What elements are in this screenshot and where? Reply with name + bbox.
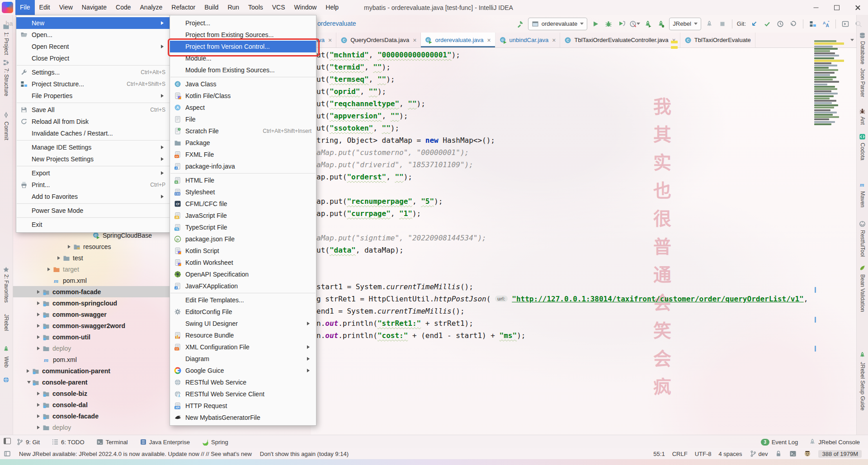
tool-button-2-favorites[interactable]: 2: Favorites — [3, 274, 9, 303]
jrebel-run-button[interactable] — [643, 19, 653, 29]
menu-edit[interactable]: Edit — [35, 0, 55, 15]
menu-item-module[interactable]: Module... — [170, 52, 316, 64]
menu-item-project-from-version-control[interactable]: Project from Version Control... — [170, 41, 316, 52]
git-rollback-button[interactable] — [788, 19, 798, 29]
project-structure-button[interactable] — [808, 19, 818, 29]
git-history-button[interactable] — [775, 19, 785, 29]
close-icon[interactable]: × — [328, 37, 332, 43]
menu-item-manage-ide-settings[interactable]: Manage IDE Settings — [16, 141, 170, 153]
close-icon[interactable]: × — [487, 37, 491, 43]
tool-button-7-structure[interactable]: 7: Structure — [3, 68, 9, 96]
menu-item-java-class[interactable]: CJava Class — [170, 78, 316, 90]
jrebel-disabled-icon[interactable] — [704, 19, 714, 29]
menu-item-http-request[interactable]: APIHTTP Request — [170, 400, 316, 412]
menu-item-package-info-java[interactable]: Jpackage-info.java — [170, 160, 316, 172]
close-icon[interactable]: × — [552, 37, 556, 43]
menu-item-new-projects-settings[interactable]: New Projects Settings — [16, 153, 170, 165]
close-button[interactable] — [847, 0, 868, 15]
tab-tbltaxiorderevaluate[interactable]: CTblTaxiOrderEvaluate — [680, 33, 755, 47]
toolwindow-toggle-icon[interactable] — [4, 438, 11, 444]
menu-item-power-save-mode[interactable]: Power Save Mode — [16, 205, 170, 216]
menu-view[interactable]: View — [55, 0, 77, 15]
menu-item-export[interactable]: Export — [16, 167, 170, 179]
run-button[interactable] — [590, 19, 600, 29]
debug-button[interactable] — [604, 19, 613, 29]
menu-item-print[interactable]: Print...Ctrl+P — [16, 179, 170, 191]
memory-indicator[interactable]: 388 of 1979M — [818, 450, 862, 458]
menu-item-close-project[interactable]: Close Project — [16, 52, 170, 64]
close-icon[interactable]: × — [413, 37, 416, 43]
menu-item-diagram[interactable]: Diagram — [170, 353, 316, 365]
menu-item-swing-ui-designer[interactable]: Swing UI Designer — [170, 318, 316, 329]
menu-item-typescript-file[interactable]: TSTypeScript File — [170, 221, 316, 233]
menu-item-cfml-cfc-file[interactable]: CfCFML/CFC file — [170, 198, 316, 210]
menu-item-kotlin-script[interactable]: Kotlin Script — [170, 245, 316, 257]
tool-button-codota[interactable]: Codota — [859, 143, 866, 160]
file-encoding[interactable]: UTF-8 — [695, 451, 712, 457]
git-branch-widget[interactable]: dev — [750, 450, 768, 457]
build-hammer-icon[interactable] — [515, 19, 525, 29]
sidebar-toggle-icon[interactable] — [4, 450, 11, 457]
run-configuration-select[interactable]: orderevaluate — [528, 18, 588, 30]
menu-code[interactable]: Code — [111, 0, 135, 15]
menu-item-edit-file-templates[interactable]: Edit File Templates... — [170, 294, 316, 306]
menu-build[interactable]: Build — [200, 0, 223, 15]
toolwindow-button-9-git[interactable]: 9: Git — [16, 438, 40, 446]
tab-orderevaluate-java[interactable]: Corderevaluate.java× — [421, 33, 495, 47]
coverage-button[interactable] — [617, 19, 627, 29]
menu-navigate[interactable]: Navigate — [77, 0, 111, 15]
toolwindow-button-6-todo[interactable]: 6: TODO — [52, 438, 85, 446]
lock-icon[interactable] — [775, 450, 782, 457]
menu-item-openapi-specification[interactable]: OpenAPI Specification — [170, 268, 316, 280]
menu-item-package-json-file[interactable]: jspackage.json File — [170, 233, 316, 245]
menu-item-aspect[interactable]: AAspect — [170, 102, 316, 113]
code-minimap[interactable] — [813, 40, 843, 125]
git-update-button[interactable] — [749, 19, 759, 29]
menu-item-file-properties[interactable]: File Properties — [16, 90, 170, 102]
menu-item-restful-web-service-client[interactable]: RESTful Web Service Client — [170, 388, 316, 400]
menu-item-scratch-file[interactable]: Scratch FileCtrl+Alt+Shift+Insert — [170, 125, 316, 137]
stop-button[interactable] — [717, 19, 727, 29]
menu-vcs[interactable]: VCS — [268, 0, 290, 15]
tab-queryordersdata-java[interactable]: CQueryOrdersData.java× — [336, 33, 421, 47]
menu-item-exit[interactable]: Exit — [16, 219, 170, 230]
menu-item-settings[interactable]: Settings...Ctrl+Alt+S — [16, 66, 170, 78]
toolwindow-button-terminal[interactable]: Terminal — [96, 438, 128, 446]
menu-item-invalidate-caches-restart[interactable]: Invalidate Caches / Restart... — [16, 127, 170, 139]
toolwindow-button-java-enterprise[interactable]: Java Enterprise — [140, 438, 190, 446]
menu-item-save-all[interactable]: Save AllCtrl+S — [16, 104, 170, 116]
menu-item-google-guice[interactable]: Google Guice — [170, 365, 316, 376]
menu-item-open-recent[interactable]: Open Recent — [16, 41, 170, 52]
tool-button-web[interactable]: Web — [3, 357, 9, 367]
line-ending[interactable]: CRLF — [672, 451, 688, 457]
menu-item-file[interactable]: File — [170, 113, 316, 125]
minimize-button[interactable] — [806, 0, 826, 15]
tool-button-jrebel[interactable]: JRebel — [3, 314, 9, 331]
menu-item-reload-all-from-disk[interactable]: Reload All from Disk — [16, 116, 170, 127]
menu-item-kotlin-worksheet[interactable]: Kotlin Worksheet — [170, 257, 316, 268]
menu-run[interactable]: Run — [223, 0, 244, 15]
menu-file[interactable]: File — [15, 0, 35, 15]
tool-button-database[interactable]: Database — [859, 41, 866, 64]
menu-item-resource-bundle[interactable]: Resource Bundle — [170, 329, 316, 341]
tool-button-ant[interactable]: Ant — [859, 117, 866, 125]
profiler-button[interactable] — [630, 19, 640, 29]
run-anything-button[interactable] — [840, 19, 850, 29]
menu-item-xml-configuration-file[interactable]: <>XML Configuration File — [170, 341, 316, 353]
menu-item-javascript-file[interactable]: JSJavaScript File — [170, 210, 316, 221]
menu-item-project[interactable]: Project... — [170, 17, 316, 29]
menu-item-editorconfig-file[interactable]: EditorConfig File — [170, 306, 316, 318]
hidden-tabs-chevron-icon[interactable] — [850, 39, 854, 43]
indent-setting[interactable]: 4 spaces — [718, 451, 742, 457]
git-commit-button[interactable] — [762, 19, 772, 29]
breadcrumb[interactable]: orderevaluate — [317, 15, 356, 33]
editor[interactable]: 我其实也很普通会笑会疯 ut("mchntid", "0000000000000… — [311, 47, 857, 435]
menu-item-stylesheet[interactable]: CSSStylesheet — [170, 186, 316, 198]
toolwindow-button-spring[interactable]: Spring — [202, 438, 228, 446]
menu-refactor[interactable]: Refactor — [167, 0, 200, 15]
menu-item-project-from-existing-sources[interactable]: Project from Existing Sources... — [170, 29, 316, 41]
menu-item-kotlin-file-class[interactable]: Kotlin File/Class — [170, 90, 316, 102]
tool-button-maven[interactable]: Maven — [859, 191, 866, 207]
tool-button-json-parser[interactable]: Json Parser — [859, 68, 866, 97]
toolwindow-button-event-log[interactable]: 3Event Log — [761, 439, 798, 446]
